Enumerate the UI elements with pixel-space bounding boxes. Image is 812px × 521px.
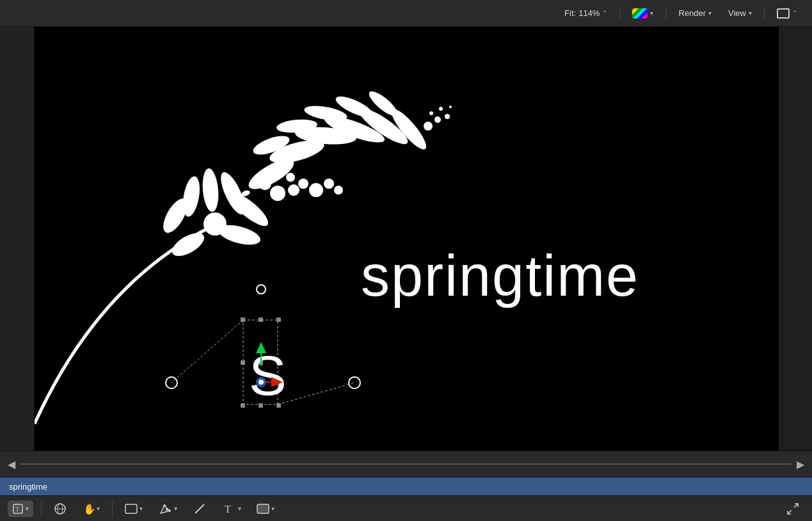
tool-divider-2 xyxy=(112,501,113,517)
springtime-text: springtime xyxy=(361,244,639,308)
flower-stem xyxy=(35,225,214,424)
shape-icon xyxy=(125,504,138,514)
main-canvas: springtime S xyxy=(35,27,779,451)
connect-right xyxy=(278,383,354,405)
rotation-handle[interactable] xyxy=(257,285,266,294)
text-icon: T xyxy=(222,502,236,516)
expand-icon xyxy=(786,502,800,516)
top-toolbar: Fit: 114% ⌃ ▾ Render ▾ View ▾ ⌃ xyxy=(0,0,812,27)
text-tool[interactable]: T ▾ xyxy=(218,499,246,518)
view-chevron: ▾ xyxy=(749,10,752,17)
svg-line-14 xyxy=(788,510,792,514)
topbar-divider-3 xyxy=(764,7,765,20)
svg-line-13 xyxy=(794,504,798,508)
mdot-1 xyxy=(259,177,271,190)
tool-chevron-4: ▾ xyxy=(174,505,177,512)
line-icon xyxy=(193,502,207,516)
transform-origin-center xyxy=(259,380,264,385)
color-chevron: ▾ xyxy=(650,10,653,17)
render-chevron: ▾ xyxy=(708,10,712,17)
svg-text:T: T xyxy=(225,504,231,515)
mdot-7 xyxy=(324,179,334,189)
fit-label: Fit: xyxy=(564,8,576,18)
line-tool[interactable] xyxy=(188,499,211,518)
left-sidebar xyxy=(0,27,35,451)
fit-selector[interactable]: Fit: 114% ⌃ xyxy=(560,6,612,20)
handle-bl[interactable] xyxy=(241,403,245,408)
svg-point-9 xyxy=(166,508,168,511)
tool-chevron-6: ▾ xyxy=(271,505,275,512)
mdot-8 xyxy=(334,186,343,195)
pen-tool[interactable]: ▾ xyxy=(154,499,182,518)
globe-tool[interactable] xyxy=(49,500,71,518)
rect-fill-icon xyxy=(257,504,269,514)
fit-chevron: ⌃ xyxy=(602,10,607,17)
color-swatch xyxy=(632,8,648,19)
dot-6 xyxy=(449,106,452,108)
dot-5 xyxy=(439,107,443,111)
connect-left xyxy=(171,320,243,383)
layout-rect-icon xyxy=(777,8,790,19)
timeline-arrow-left[interactable]: ◀ xyxy=(8,458,15,470)
pen-icon xyxy=(158,502,172,516)
tool-chevron-5: ▾ xyxy=(238,505,241,512)
svg-rect-6 xyxy=(125,504,137,513)
pan-tool[interactable]: ✋ ▾ xyxy=(77,500,104,518)
petal-t xyxy=(201,168,220,212)
text-transform-icon: T xyxy=(12,503,24,515)
dot-4 xyxy=(429,111,433,115)
bottom-toolbar: T ▾ ✋ ▾ ▾ ▾ xyxy=(0,495,812,521)
tool-divider-1 xyxy=(41,501,42,517)
handle-ml[interactable] xyxy=(241,360,245,365)
mdot-4 xyxy=(286,173,295,182)
mdot-2 xyxy=(270,186,285,201)
rect-fill-tool[interactable]: ▾ xyxy=(252,501,279,517)
color-picker[interactable]: ▾ xyxy=(628,6,658,20)
svg-text:✋: ✋ xyxy=(83,503,95,515)
view-selector[interactable]: View ▾ xyxy=(724,6,756,20)
canvas-svg: springtime S xyxy=(35,27,779,451)
tool-chevron-1: ▾ xyxy=(26,505,29,512)
fit-value: 114% xyxy=(578,8,600,18)
layout-chevron: ⌃ xyxy=(792,10,797,17)
timeline-bar: ◀ ▶ xyxy=(0,451,812,477)
dot-3 xyxy=(445,114,450,119)
dot-1 xyxy=(424,122,433,131)
layout-selector[interactable]: ⌃ xyxy=(772,6,802,20)
tool-chevron-3: ▾ xyxy=(139,505,143,512)
clip-label: springtime xyxy=(0,477,812,495)
mdot-5 xyxy=(298,179,308,189)
topbar-divider-1 xyxy=(619,7,620,20)
render-label: Render xyxy=(678,8,706,18)
pan-icon: ✋ xyxy=(82,502,95,515)
globe-icon xyxy=(54,502,67,515)
handle-tr[interactable] xyxy=(276,317,281,322)
handle-tc[interactable] xyxy=(259,317,263,322)
topbar-divider-2 xyxy=(665,7,666,20)
svg-line-10 xyxy=(195,504,204,513)
mdot-3 xyxy=(288,184,299,196)
timeline-arrow-right[interactable]: ▶ xyxy=(797,458,804,470)
svg-point-7 xyxy=(163,504,166,507)
view-label: View xyxy=(728,8,746,18)
svg-rect-12 xyxy=(257,504,269,513)
svg-text:T: T xyxy=(15,506,19,513)
render-selector[interactable]: Render ▾ xyxy=(674,6,716,20)
svg-point-8 xyxy=(168,509,171,512)
text-transform-tool[interactable]: T ▾ xyxy=(8,501,33,517)
tool-chevron-2: ▾ xyxy=(97,505,100,512)
timeline-track xyxy=(20,463,792,465)
clip-name: springtime xyxy=(9,482,47,492)
shape-tool[interactable]: ▾ xyxy=(120,501,147,517)
expand-tool[interactable] xyxy=(781,499,804,518)
s-letter[interactable]: S xyxy=(249,344,287,407)
mdot-6 xyxy=(309,183,323,197)
dot-2 xyxy=(434,116,441,123)
